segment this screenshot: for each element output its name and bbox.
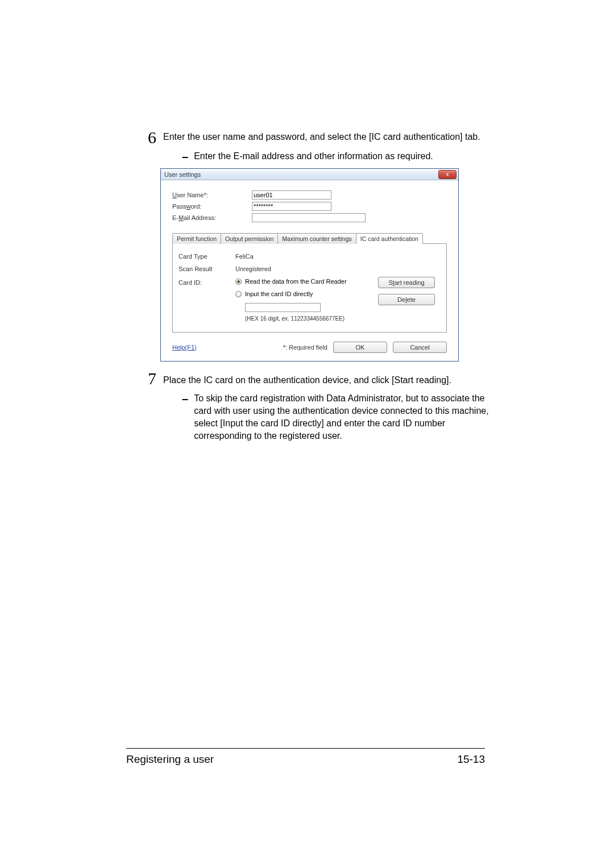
step-7: 7 Place the IC card on the authenticatio… [148, 374, 489, 387]
footer-page-number: 15-13 [457, 753, 485, 766]
username-label: User Name*: [172, 192, 252, 198]
delete-button[interactable]: Delete [378, 294, 435, 305]
username-input[interactable] [252, 190, 331, 200]
card-id-input[interactable] [245, 303, 321, 312]
user-settings-dialog: User settings x User Name*: Password: E-… [160, 168, 459, 362]
password-input[interactable] [252, 202, 331, 211]
hex-note: (HEX 16 digit, ex. 11223344556677EE) [245, 315, 441, 322]
username-row: User Name*: [172, 190, 447, 200]
help-link[interactable]: Help(F1) [172, 344, 197, 351]
radio-input-icon[interactable] [235, 291, 242, 297]
step-7-number: 7 [148, 372, 156, 385]
scan-result-value: Unregistered [235, 265, 271, 272]
step-6-sub-text: Enter the E-mail address and other infor… [194, 150, 433, 163]
dialog-titlebar: User settings x [161, 169, 458, 180]
card-id-label: Card ID: [179, 279, 235, 286]
email-input[interactable] [252, 213, 366, 222]
tab-permit-function[interactable]: Permit function [172, 233, 221, 244]
dialog-title: User settings [161, 171, 201, 178]
radio-read-icon[interactable] [235, 279, 242, 285]
ok-button[interactable]: OK [333, 342, 387, 353]
dialog-footer: Help(F1) *: Required field OK Cancel [161, 336, 458, 361]
card-id-section: Card ID: Read the data from the Card Rea… [179, 278, 441, 322]
card-type-row: Card Type FeliCa [179, 253, 441, 260]
tab-ic-card-authentication[interactable]: IC card authentication [356, 233, 423, 244]
step-7-sub-text: To skip the card registration with Data … [194, 392, 489, 442]
required-label: *: Required field [283, 344, 327, 351]
card-type-value: FeliCa [235, 253, 254, 260]
password-row: Password: [172, 202, 447, 211]
step-7-text: Place the IC card on the authentication … [163, 374, 451, 387]
bullet-icon: – [182, 392, 188, 442]
tab-area: Permit function Output permission Maximu… [172, 232, 447, 333]
tab-max-counter[interactable]: Maximum counter settings [277, 233, 356, 244]
page-content: 6 Enter the user name and password, and … [0, 0, 614, 442]
tab-strip: Permit function Output permission Maximu… [172, 233, 447, 244]
scan-result-row: Scan Result Unregistered [179, 265, 441, 272]
cancel-button[interactable]: Cancel [393, 342, 447, 353]
card-type-label: Card Type [179, 253, 235, 260]
email-label: E-Mail Address: [172, 214, 252, 221]
page-footer: Registering a user 15-13 [126, 748, 485, 766]
step-6: 6 Enter the user name and password, and … [148, 131, 489, 144]
step-6-text: Enter the user name and password, and se… [163, 131, 480, 143]
radio-read-label: Read the data from the Card Reader [245, 278, 347, 285]
step-6-sub: – Enter the E-mail address and other inf… [182, 150, 489, 163]
footer-section: Registering a user [126, 753, 214, 766]
step-7-sub: – To skip the card registration with Dat… [182, 392, 489, 442]
scan-result-label: Scan Result [179, 265, 235, 272]
step-6-number: 6 [148, 131, 156, 144]
password-label: Password: [172, 203, 252, 210]
tab-content: Card Type FeliCa Scan Result Unregistere… [172, 243, 447, 333]
bullet-icon: – [182, 150, 188, 163]
close-icon[interactable]: x [438, 170, 457, 179]
email-row: E-Mail Address: [172, 213, 447, 222]
radio-input-label: Input the card ID directly [245, 290, 313, 297]
dialog-body: User Name*: Password: E-Mail Address: Pe… [161, 180, 458, 336]
tab-output-permission[interactable]: Output permission [221, 233, 278, 244]
start-reading-button[interactable]: Start reading [378, 277, 435, 288]
